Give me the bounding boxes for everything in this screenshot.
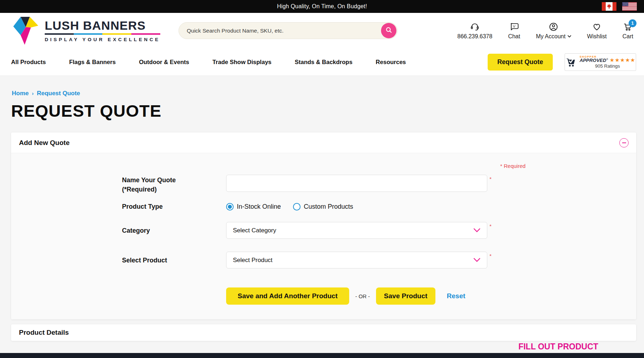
header-actions: 866.239.6378 Chat My Account Wishlist xyxy=(457,22,636,40)
logo-tagline: DISPLAY YOUR EXCELLENCE xyxy=(45,37,160,42)
request-quote-button[interactable]: Request Quote xyxy=(488,54,553,71)
nav-item-all-products[interactable]: All Products xyxy=(11,59,46,66)
panel-title: Add New Quote xyxy=(19,139,69,147)
shopper-approved-text: SHOPPER APPROVED® ★★★★★ 905 Ratings xyxy=(580,55,635,69)
announcement-text: High Quality, On Time, On Budget! xyxy=(277,3,367,10)
logo-title: LUSH BANNERS xyxy=(45,19,160,32)
chat-label: Chat xyxy=(508,33,520,40)
my-account-label: My Account xyxy=(536,33,571,40)
product-type-label: Product Type xyxy=(122,202,226,211)
required-note: * Required xyxy=(500,163,526,169)
page: High Quality, On Time, On Budget! LUSH B… xyxy=(0,0,644,358)
page-title: REQUEST QUOTE xyxy=(11,101,644,121)
add-new-quote-header: Add New Quote xyxy=(11,132,636,153)
save-and-add-another-button[interactable]: Save and Add Another Product xyxy=(226,287,349,305)
ratings-count: 905 Ratings xyxy=(580,64,635,68)
shopper-approved-cart-icon xyxy=(565,56,577,68)
chat-icon xyxy=(509,22,519,32)
search-bar xyxy=(179,22,397,39)
nav-links: All Products Flags & Banners Outdoor & E… xyxy=(11,59,406,66)
product-details-title: Product Details xyxy=(19,329,69,337)
main-content: Home › Request Quote REQUEST QUOTE REQUE… xyxy=(0,76,644,358)
region-flags xyxy=(602,2,637,11)
wishlist-label: Wishlist xyxy=(587,33,607,40)
product-type-row: Product Type In-Stock Online Custom Prod… xyxy=(122,202,636,211)
canada-flag-icon[interactable] xyxy=(602,2,616,11)
headset-icon xyxy=(470,22,480,32)
top-announcement-bar: High Quality, On Time, On Budget! xyxy=(0,0,644,13)
reset-link[interactable]: Reset xyxy=(447,292,465,300)
radio-unselected-icon[interactable] xyxy=(293,203,301,211)
breadcrumb-chevron-icon: › xyxy=(32,91,34,96)
or-separator: - OR - xyxy=(355,293,370,299)
select-product-label: Select Product xyxy=(122,252,226,268)
phone-action[interactable]: 866.239.6378 xyxy=(457,22,492,40)
radio-in-stock-online[interactable]: In-Stock Online xyxy=(226,203,281,211)
chevron-down-icon xyxy=(567,35,571,38)
search-button[interactable] xyxy=(381,23,396,38)
site-header: LUSH BANNERS DISPLAY YOUR EXCELLENCE 866… xyxy=(0,13,644,48)
nav-item-flags-banners[interactable]: Flags & Banners xyxy=(69,59,116,66)
logo-text: LUSH BANNERS DISPLAY YOUR EXCELLENCE xyxy=(45,19,160,42)
search-icon xyxy=(385,26,393,35)
main-nav: All Products Flags & Banners Outdoor & E… xyxy=(0,48,644,76)
product-select[interactable]: Select Product xyxy=(226,252,487,268)
category-label: Category xyxy=(122,222,226,239)
chevron-down-icon xyxy=(473,227,480,234)
chat-action[interactable]: Chat xyxy=(508,22,520,40)
logo-underline xyxy=(45,33,160,35)
my-account-action[interactable]: My Account xyxy=(536,22,571,40)
logo[interactable]: LUSH BANNERS DISPLAY YOUR EXCELLENCE xyxy=(13,16,156,45)
footer-edge xyxy=(0,353,644,358)
nav-item-resources[interactable]: Resources xyxy=(376,59,406,66)
quote-form: * Required Name Your Quote (*Required) *… xyxy=(11,153,636,319)
nav-item-trade-show-displays[interactable]: Trade Show Displays xyxy=(213,59,272,66)
cart-icon: 1 xyxy=(623,22,633,32)
quote-name-input[interactable] xyxy=(226,175,487,192)
category-select[interactable]: Select Category xyxy=(226,222,487,239)
chevron-down-icon xyxy=(473,257,480,263)
name-your-quote-row: Name Your Quote (*Required) * xyxy=(122,175,636,194)
radio-selected-icon[interactable] xyxy=(226,203,234,211)
usa-flag-icon[interactable] xyxy=(622,2,637,11)
category-row: Category Select Category * xyxy=(122,222,636,239)
account-icon xyxy=(548,22,558,32)
logo-gem-icon xyxy=(13,16,39,45)
save-product-button[interactable]: Save Product xyxy=(376,287,435,305)
required-asterisk: * xyxy=(489,252,492,268)
heart-icon xyxy=(592,22,602,32)
form-actions-row: Save and Add Another Product - OR - Save… xyxy=(226,287,636,305)
shopper-approved-brand-bottom: APPROVED® xyxy=(580,58,608,63)
phone-number: 866.239.6378 xyxy=(457,33,492,40)
breadcrumb-home-link[interactable]: Home xyxy=(12,90,29,97)
rating-stars: ★★★★★ xyxy=(610,57,635,63)
name-your-quote-label: Name Your Quote (*Required) xyxy=(122,175,226,194)
collapse-minus-icon[interactable] xyxy=(619,138,629,147)
breadcrumb-current-link[interactable]: Request Quote xyxy=(37,90,80,97)
wishlist-action[interactable]: Wishlist xyxy=(587,22,607,40)
select-product-row: Select Product Select Product * xyxy=(122,252,636,268)
nav-item-outdoor-events[interactable]: Outdoor & Events xyxy=(139,59,189,66)
product-type-options: In-Stock Online Custom Products xyxy=(226,203,353,211)
required-asterisk: * xyxy=(489,222,492,239)
cart-action[interactable]: 1 Cart xyxy=(623,22,633,40)
breadcrumb: Home › Request Quote xyxy=(0,76,644,97)
search-input[interactable] xyxy=(179,22,397,39)
cart-count-badge: 1 xyxy=(629,19,636,27)
radio-custom-products[interactable]: Custom Products xyxy=(293,203,353,211)
nav-item-stands-backdrops[interactable]: Stands & Backdrops xyxy=(295,59,352,66)
add-new-quote-panel: Add New Quote * Required Name Your Quote… xyxy=(11,132,636,319)
required-asterisk: * xyxy=(489,175,492,194)
product-details-panel: Product Details xyxy=(11,324,636,341)
shopper-approved-badge[interactable]: SHOPPER APPROVED® ★★★★★ 905 Ratings xyxy=(565,53,636,71)
cart-label: Cart xyxy=(623,33,633,40)
